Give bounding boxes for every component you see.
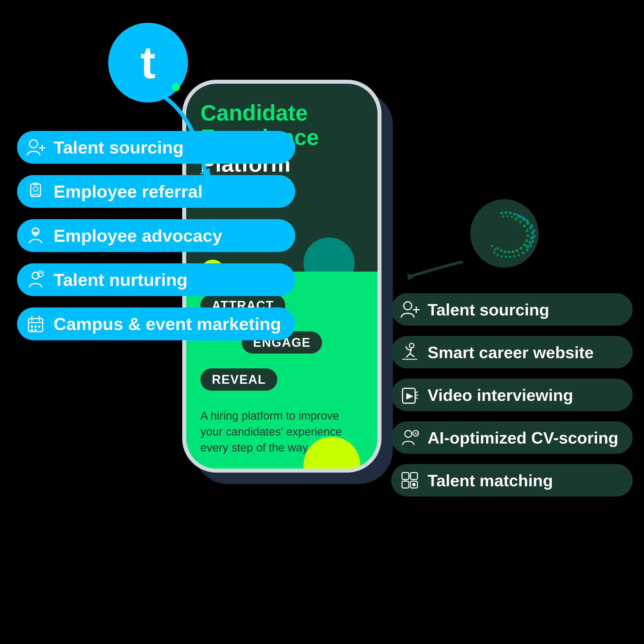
badge-person-icon — [26, 182, 46, 202]
pill-label-employee-referral: Employee referral — [54, 181, 203, 202]
pill-employee-referral: Employee referral — [17, 175, 295, 208]
pill-label-talent-sourcing: Talent sourcing — [54, 137, 184, 157]
svg-point-69 — [502, 215, 504, 218]
puzzle-person-icon — [400, 470, 420, 490]
svg-point-27 — [526, 245, 529, 248]
svg-point-15 — [34, 325, 37, 328]
svg-point-75 — [409, 343, 414, 348]
svg-point-18 — [34, 329, 37, 331]
svg-point-51 — [525, 219, 527, 221]
svg-rect-6 — [34, 183, 38, 185]
svg-point-46 — [501, 255, 503, 257]
svg-point-43 — [513, 255, 516, 257]
pill-label-talent-matching: Talent matching — [428, 471, 553, 490]
svg-point-17 — [31, 329, 33, 331]
left-pills-container: Talent sourcing Employee referral Employ… — [17, 131, 295, 340]
svg-point-65 — [504, 250, 506, 253]
svg-point-44 — [509, 256, 511, 258]
svg-point-39 — [529, 245, 532, 247]
svg-rect-86 — [411, 473, 417, 479]
pill-video-interviewing: Video interviewing — [391, 379, 633, 411]
svg-marker-78 — [407, 393, 413, 399]
svg-point-70 — [497, 247, 499, 249]
phase-reveal-row: REVEAL — [200, 368, 363, 399]
svg-point-59 — [525, 239, 528, 242]
svg-point-31 — [504, 211, 507, 214]
pill-talent-sourcing: Talent sourcing — [17, 131, 295, 164]
svg-point-55 — [519, 221, 522, 223]
logo-letter: t — [140, 40, 155, 85]
svg-point-16 — [38, 325, 40, 328]
pill-label-smart-career: Smart career website — [428, 343, 594, 362]
svg-point-5 — [33, 187, 38, 191]
svg-point-38 — [532, 240, 534, 243]
svg-point-60 — [523, 243, 526, 246]
svg-point-56 — [523, 225, 526, 227]
svg-point-45 — [505, 256, 507, 258]
svg-point-1 — [30, 140, 38, 148]
svg-point-66 — [500, 249, 503, 252]
phase-reveal: REVEAL — [200, 368, 277, 391]
svg-text:AI: AI — [414, 432, 418, 436]
svg-point-19 — [470, 199, 539, 268]
scene: t Talent sourcing Employee referral — [0, 0, 644, 644]
svg-point-67 — [511, 216, 513, 218]
logo-circle: t — [108, 23, 188, 102]
svg-point-57 — [526, 229, 529, 232]
svg-point-30 — [509, 212, 512, 214]
pill-label-campus-event: Campus & event marketing — [54, 314, 281, 334]
svg-point-64 — [508, 251, 510, 253]
dotted-circle-icon — [465, 194, 544, 273]
svg-point-52 — [494, 248, 497, 251]
right-pills-container: Talent sourcing Smart career website Vid… — [391, 293, 633, 497]
svg-point-32 — [500, 212, 503, 214]
nurture-icon — [26, 270, 46, 290]
pill-talent-nurturing: Talent nurturing — [17, 263, 295, 296]
heart-person-icon — [26, 226, 46, 246]
pill-campus-event: Campus & event marketing — [17, 307, 295, 340]
svg-point-62 — [516, 249, 518, 252]
person-add-icon — [26, 138, 46, 157]
pill-label-talent-sourcing-r: Talent sourcing — [428, 300, 549, 319]
arrow-right-to-phone — [393, 239, 467, 290]
pill-smart-career: Smart career website — [391, 336, 633, 368]
pill-label-talent-nurturing: Talent nurturing — [54, 270, 188, 290]
person-add-icon-r — [400, 300, 420, 319]
svg-point-54 — [514, 218, 517, 221]
deco-circle-right — [465, 194, 544, 273]
svg-rect-87 — [402, 481, 409, 488]
svg-point-42 — [518, 254, 520, 256]
svg-point-14 — [31, 325, 33, 328]
svg-point-35 — [530, 224, 533, 227]
svg-point-72 — [404, 302, 412, 310]
pill-label-video-interviewing: Video interviewing — [428, 385, 573, 405]
svg-point-50 — [520, 216, 523, 218]
svg-point-36 — [533, 229, 536, 232]
svg-point-48 — [493, 252, 495, 254]
svg-point-41 — [522, 251, 525, 254]
svg-point-28 — [513, 213, 516, 216]
pill-talent-sourcing-right: Talent sourcing — [391, 293, 633, 326]
svg-point-37 — [533, 235, 536, 238]
running-person-icon — [400, 342, 420, 362]
svg-point-40 — [526, 249, 529, 251]
calendar-icon — [26, 314, 46, 334]
svg-point-91 — [412, 483, 416, 486]
svg-line-80 — [416, 397, 417, 399]
svg-point-61 — [520, 247, 522, 250]
svg-point-49 — [516, 214, 518, 216]
svg-point-82 — [405, 430, 412, 437]
svg-point-53 — [491, 245, 493, 247]
pill-label-ai-cv: AI-optimized CV-scoring — [428, 428, 618, 447]
svg-point-63 — [512, 250, 514, 253]
ai-person-icon: AI — [400, 428, 420, 448]
pill-label-employee-advocacy: Employee advocacy — [54, 225, 222, 246]
pill-ai-cv-scoring: AI AI-optimized CV-scoring — [391, 421, 633, 454]
svg-point-26 — [528, 241, 532, 244]
svg-line-79 — [416, 392, 417, 393]
logo-dot — [172, 83, 180, 91]
svg-point-58 — [526, 234, 529, 237]
pill-talent-matching: Talent matching — [391, 464, 633, 497]
svg-point-68 — [506, 215, 508, 218]
svg-point-47 — [497, 254, 499, 256]
